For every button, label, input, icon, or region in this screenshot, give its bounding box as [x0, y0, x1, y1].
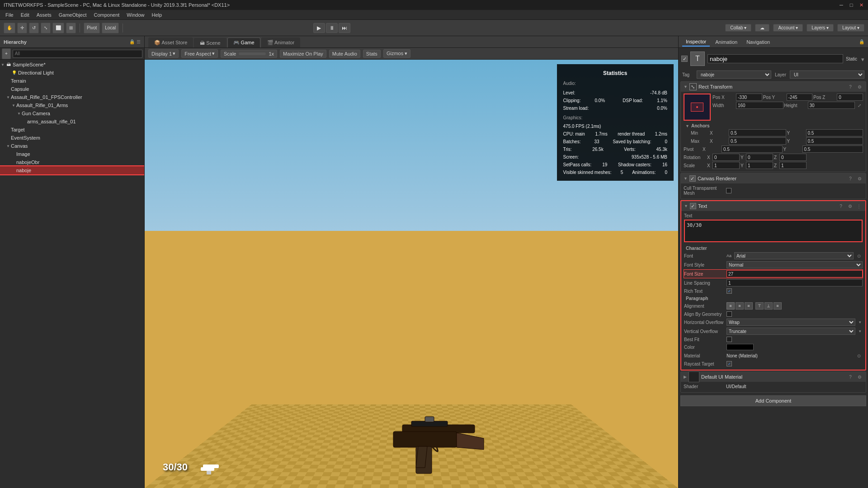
align-bottom-btn[interactable]: ≡	[774, 302, 782, 310]
collab-btn[interactable]: Collab ▾	[725, 24, 751, 32]
text-enabled-checkbox[interactable]: ✓	[690, 203, 696, 209]
maximize-on-play-btn[interactable]: Maximize On Play	[280, 50, 326, 58]
display-selector[interactable]: Display 1 ▾	[148, 49, 179, 58]
rt-settings-btn[interactable]: ⚙	[856, 83, 863, 90]
inspector-tab-navigation[interactable]: Navigation	[743, 38, 774, 46]
align-center-btn[interactable]: ≡	[736, 302, 744, 310]
tree-arms-rifle[interactable]: arms_assault_rifle_01	[0, 117, 144, 126]
tree-samplescene[interactable]: ▼ 🏔 SampleScene*	[0, 61, 144, 69]
width-input[interactable]	[736, 102, 783, 109]
anchor-min-x-input[interactable]	[729, 129, 786, 136]
height-input[interactable]	[808, 102, 855, 109]
tool-rotate[interactable]: ↺	[29, 23, 39, 33]
menu-gameobject[interactable]: GameObject	[55, 11, 90, 19]
scale-x-input[interactable]	[712, 162, 740, 169]
color-swatch[interactable]	[726, 344, 754, 350]
default-ui-material-header[interactable]: ▶ Default UI Material ? ⚙	[681, 372, 866, 382]
inspector-lock-icon[interactable]: 🔒	[859, 39, 864, 44]
h-overflow-dropdown-icon[interactable]: ▾	[857, 319, 863, 326]
align-left-btn[interactable]: ≡	[726, 302, 735, 310]
tool-hand[interactable]: ✋	[4, 23, 15, 33]
font-size-input[interactable]	[726, 270, 863, 277]
aspect-selector[interactable]: Free Aspect ▾	[181, 49, 218, 58]
menu-assets[interactable]: Assets	[33, 11, 55, 19]
tool-rect[interactable]: ⬜	[52, 23, 64, 33]
tool-transform[interactable]: ⊞	[66, 23, 76, 33]
rotation-y-input[interactable]	[746, 154, 773, 161]
font-style-selector[interactable]: Normal Bold Italic	[726, 261, 863, 268]
account-btn[interactable]: Account ▾	[773, 24, 803, 32]
posy-input[interactable]	[787, 94, 813, 101]
align-by-geometry-checkbox[interactable]	[726, 311, 732, 317]
vertical-overflow-selector[interactable]: Truncate Overflow	[726, 328, 855, 335]
layer-selector[interactable]: UI	[790, 70, 864, 79]
font-selector[interactable]: Arial	[734, 252, 854, 259]
cr-enabled-checkbox[interactable]: ✓	[689, 175, 696, 182]
menu-edit[interactable]: Edit	[17, 11, 33, 19]
hierarchy-lock-icon[interactable]: 🔒	[129, 39, 135, 44]
text-component-header[interactable]: ▼ ✓ Text ? ⚙ ⋮	[681, 201, 865, 211]
uimat-settings-btn[interactable]: ⚙	[856, 373, 863, 380]
tree-naboje-selected[interactable]: naboje	[0, 166, 144, 174]
tag-selector[interactable]: naboje	[697, 70, 771, 79]
tab-asset-store[interactable]: 📦 Asset Store	[148, 38, 193, 47]
align-top-btn[interactable]: ⊤	[755, 302, 764, 310]
rotation-z-input[interactable]	[779, 154, 807, 161]
local-btn[interactable]: Local	[102, 23, 119, 33]
pivot-y-input[interactable]	[802, 145, 863, 153]
menu-help[interactable]: Help	[148, 11, 165, 19]
tree-nabojeobr[interactable]: nabojeObr	[0, 158, 144, 166]
tree-eventsystem[interactable]: EventSystem	[0, 134, 144, 142]
material-select-btn[interactable]: ⊙	[855, 352, 863, 359]
scale-y-input[interactable]	[746, 162, 773, 169]
cr-settings-btn[interactable]: ⚙	[856, 175, 863, 182]
hierarchy-search-input[interactable]	[13, 50, 142, 58]
text-textarea[interactable]: 30/30	[684, 220, 863, 242]
tab-game[interactable]: 🎮 Game	[227, 38, 260, 47]
anchor-min-y-input[interactable]	[806, 129, 863, 136]
stats-btn[interactable]: Stats	[363, 50, 381, 58]
align-middle-btn[interactable]: ⊥	[764, 302, 773, 310]
mute-audio-btn[interactable]: Mute Audio	[329, 50, 360, 58]
tree-assault-arms[interactable]: ▼ Assault_Rifle_01_Arms	[0, 101, 144, 109]
play-btn[interactable]: ▶	[313, 23, 325, 33]
tree-assault-controller[interactable]: ▼ Assault_Rifle_01_FPSController	[0, 93, 144, 101]
align-right-btn[interactable]: ≡	[745, 302, 753, 310]
pivot-btn[interactable]: Pivot	[84, 23, 100, 33]
horizontal-overflow-selector[interactable]: Wrap Overflow	[726, 319, 855, 326]
cloud-btn[interactable]: ☁	[755, 24, 769, 32]
menu-component[interactable]: Component	[90, 11, 123, 19]
text-help-btn[interactable]: ?	[837, 202, 844, 210]
scale-z-input[interactable]	[779, 162, 807, 169]
menu-window[interactable]: Window	[123, 11, 148, 19]
tool-scale[interactable]: ⤡	[41, 23, 51, 33]
cull-mesh-checkbox[interactable]	[726, 188, 731, 193]
tree-target[interactable]: Target	[0, 126, 144, 134]
posz-input[interactable]	[837, 94, 863, 101]
text-settings-btn[interactable]: ⚙	[846, 202, 854, 210]
layout-btn[interactable]: Layout ▾	[837, 24, 864, 32]
object-enabled-checkbox[interactable]: ✓	[681, 56, 688, 62]
uimat-help-btn[interactable]: ?	[847, 373, 854, 380]
step-btn[interactable]: ⏭	[339, 23, 350, 33]
v-overflow-dropdown-icon[interactable]: ▾	[857, 328, 863, 335]
tree-terrain[interactable]: Terrain	[0, 77, 144, 85]
pivot-x-input[interactable]	[722, 145, 783, 153]
anchors-section-header[interactable]: ▼ Anchors	[684, 122, 863, 129]
rotation-x-input[interactable]	[712, 154, 740, 161]
posx-input[interactable]	[736, 94, 762, 101]
anchor-max-y-input[interactable]	[806, 137, 863, 145]
tree-image[interactable]: Image	[0, 150, 144, 158]
rect-transform-header[interactable]: ▼ ⤡ Rect Transform ? ⚙	[681, 82, 866, 92]
scale-control[interactable]: Scale 1x	[221, 50, 277, 58]
font-select-btn[interactable]: ⊙	[855, 252, 863, 259]
canvas-renderer-header[interactable]: ▼ ✓ Canvas Renderer ? ⚙	[681, 174, 866, 183]
object-name-input[interactable]	[708, 54, 843, 63]
maximize-btn[interactable]: □	[848, 2, 854, 8]
tab-animator[interactable]: 🎬 Animator	[261, 38, 300, 47]
minimize-btn[interactable]: ─	[838, 2, 844, 8]
inspector-tab-animation[interactable]: Animation	[712, 38, 741, 46]
gizmos-btn[interactable]: Gizmos ▾	[383, 49, 410, 58]
layers-btn[interactable]: Layers ▾	[807, 24, 834, 32]
tree-directional-light[interactable]: 💡 Directional Light	[0, 69, 144, 77]
